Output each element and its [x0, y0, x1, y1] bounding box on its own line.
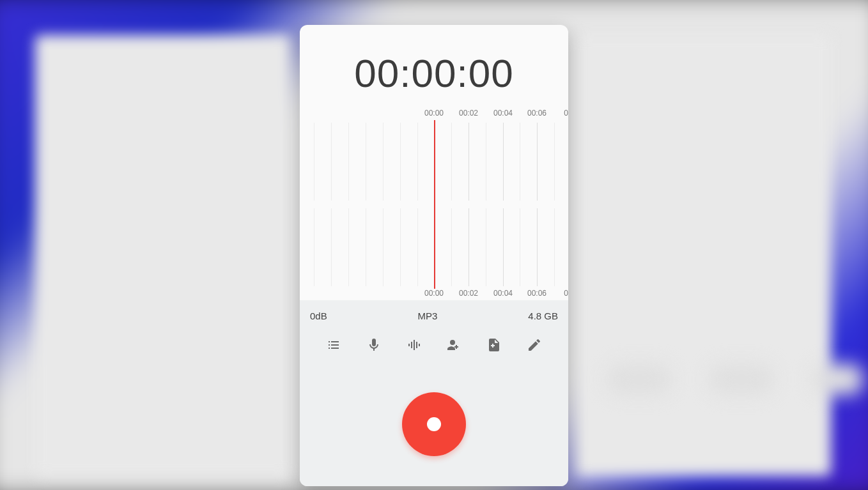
- gridline-minor: [366, 123, 366, 201]
- time-axis-top: 00:0000:0200:0400:0600: [300, 109, 568, 120]
- list-icon: [326, 337, 341, 355]
- waveform-icon: [407, 337, 422, 355]
- gridline-major: [503, 208, 504, 286]
- time-axis-bottom: 00:0000:0200:0400:0600: [300, 289, 568, 300]
- gridline-minor: [486, 208, 486, 286]
- gridline-minor: [451, 123, 452, 201]
- gridline-minor: [554, 208, 555, 286]
- record-button[interactable]: [402, 392, 466, 456]
- gridline-major: [537, 123, 538, 201]
- time-tick-label: 00:06: [527, 289, 546, 298]
- time-tick-label: 00:00: [424, 289, 444, 298]
- gridline-minor: [400, 208, 401, 286]
- mic-icon: [366, 337, 382, 355]
- time-tick-label: 00:06: [527, 109, 546, 118]
- time-tick-label: 00: [564, 289, 568, 298]
- gridline-minor: [520, 208, 520, 286]
- gridline-major: [469, 123, 469, 201]
- time-tick-label: 00:04: [493, 109, 513, 118]
- new-file-button[interactable]: [480, 332, 508, 360]
- time-tick-label: 00:02: [459, 109, 478, 118]
- file-add-icon: [486, 337, 502, 355]
- tool-row: [300, 328, 568, 366]
- time-tick-label: 00:00: [424, 109, 444, 118]
- gridline-minor: [314, 123, 314, 201]
- gridline-minor: [554, 123, 555, 201]
- gridline-minor: [348, 123, 349, 201]
- time-tick-label: 00: [564, 109, 568, 118]
- gridline-minor: [348, 208, 349, 286]
- blur-panel-left: [35, 35, 291, 476]
- time-tick-label: 00:02: [459, 289, 478, 298]
- gridline-minor: [383, 123, 384, 201]
- status-bar: 0dB MP3 4.8 GB: [300, 300, 568, 328]
- record-icon: [427, 417, 441, 431]
- voice-recorder-app: 00:00:00 00:0000:0200:0400:0600 00:0000:…: [300, 25, 568, 486]
- time-tick-label: 00:04: [493, 289, 513, 298]
- share-contact-button[interactable]: [440, 332, 468, 360]
- waveform-area[interactable]: 00:0000:0200:0400:0600 00:0000:0200:0400…: [300, 109, 568, 300]
- mic-settings-button[interactable]: [360, 332, 388, 360]
- gridline-minor: [520, 123, 520, 201]
- blur-blob: [607, 364, 671, 395]
- edit-button[interactable]: [520, 332, 548, 360]
- record-area: [300, 366, 568, 486]
- db-level: 0dB: [310, 310, 327, 321]
- gridline-major: [469, 208, 469, 286]
- gridline-minor: [400, 123, 401, 201]
- gridline-minor: [417, 123, 418, 201]
- gridline-minor: [331, 208, 332, 286]
- gridline-major: [503, 123, 504, 201]
- gridline-minor: [314, 208, 314, 286]
- blur-panel-right: [575, 35, 831, 476]
- playhead-line: [434, 120, 435, 289]
- gridline-major: [537, 208, 538, 286]
- gridline-minor: [383, 208, 384, 286]
- gridline-minor: [486, 123, 486, 201]
- audio-quality-button[interactable]: [400, 332, 428, 360]
- blur-blob: [812, 364, 863, 395]
- recordings-list-button[interactable]: [320, 332, 348, 360]
- gridline-minor: [366, 208, 366, 286]
- gridline-minor: [417, 208, 418, 286]
- edit-icon: [527, 337, 542, 355]
- storage-available: 4.8 GB: [528, 310, 558, 321]
- recording-timer: 00:00:00: [300, 25, 568, 109]
- gridline-minor: [451, 208, 452, 286]
- blur-blob: [709, 364, 773, 395]
- waveform-tracks: [300, 123, 568, 286]
- audio-format: MP3: [418, 310, 438, 321]
- person-add-icon: [446, 337, 461, 355]
- gridline-minor: [331, 123, 332, 201]
